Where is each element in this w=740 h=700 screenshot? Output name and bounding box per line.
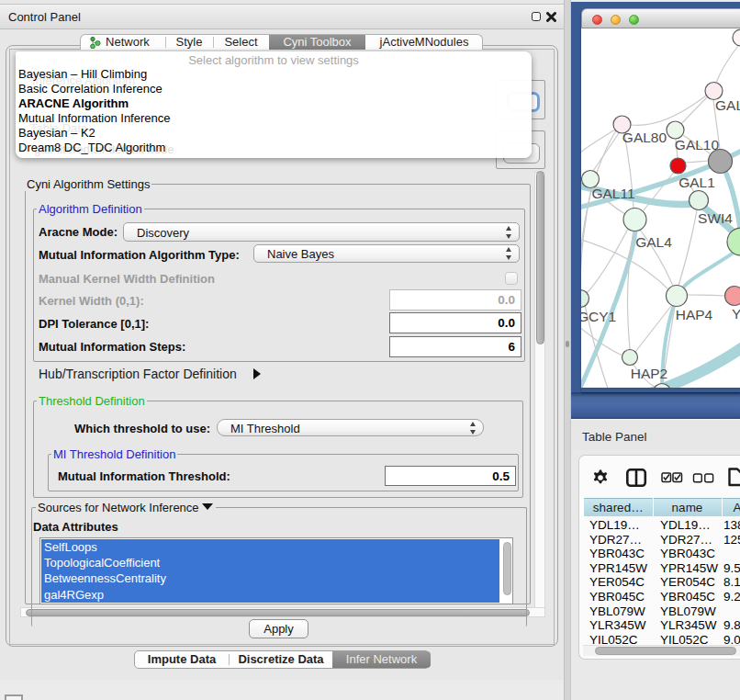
- svg-text:GAL11: GAL11: [591, 186, 634, 201]
- svg-text:SWI4: SWI4: [698, 210, 733, 226]
- svg-text:HAP4: HAP4: [676, 307, 713, 322]
- svg-text:GAL4: GAL4: [635, 234, 672, 250]
- svg-text:GAL2: GAL2: [715, 97, 740, 113]
- svg-text:Y: Y: [732, 306, 740, 322]
- svg-text:GAL10: GAL10: [675, 137, 720, 152]
- svg-text:HAP2: HAP2: [631, 366, 668, 381]
- svg-text:GAL1: GAL1: [678, 175, 715, 190]
- svg-text:GAL80: GAL80: [622, 130, 667, 145]
- svg-text:GCY1: GCY1: [581, 309, 616, 324]
